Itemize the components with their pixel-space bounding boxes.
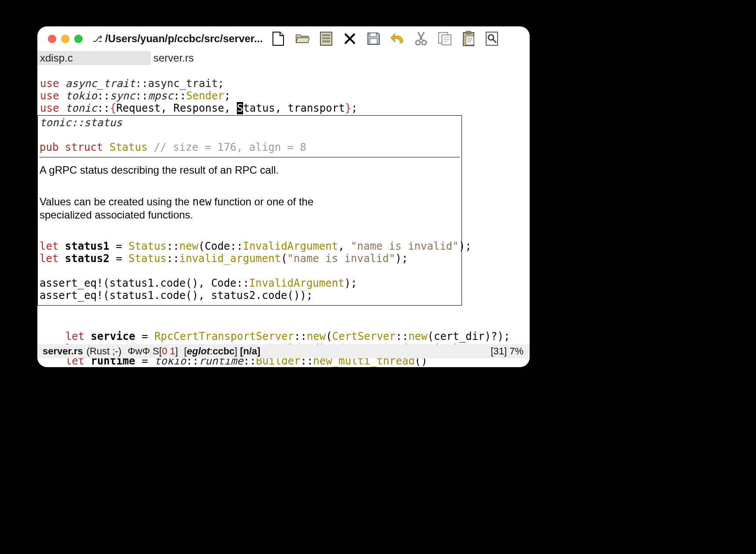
- modeline-flycheck: ΦwΦ S[0 1]: [127, 346, 178, 357]
- titlebar: ⎇ /Users/yuan/p/ccbc/src/server...: [37, 26, 530, 51]
- punct: =: [109, 240, 128, 252]
- fn: new: [307, 330, 326, 343]
- toolbar: [272, 32, 499, 46]
- enum: InvalidArgument: [249, 277, 345, 289]
- punct: ;: [224, 90, 230, 102]
- var: cert_dir: [434, 330, 485, 343]
- idents: Request, Response,: [116, 102, 237, 114]
- tab-xdisp[interactable]: xdisp.c: [37, 51, 151, 65]
- type: Sender: [186, 90, 224, 102]
- zoom-button[interactable]: [74, 35, 83, 43]
- svg-point-6: [416, 40, 420, 45]
- separator: [40, 157, 460, 157]
- svg-rect-5: [370, 39, 377, 44]
- type: CertServer: [332, 330, 396, 343]
- kill-buffer-button[interactable]: [343, 32, 357, 46]
- svg-rect-11: [466, 31, 471, 34]
- var: status1: [65, 240, 109, 252]
- svg-rect-2: [322, 37, 330, 39]
- expr: status1.code: [109, 289, 185, 302]
- copy-button[interactable]: [438, 32, 452, 46]
- type: Status: [128, 240, 167, 252]
- punct: ?: [491, 330, 497, 343]
- keyword: let: [65, 330, 84, 343]
- keyword: let: [40, 252, 58, 265]
- keyword: use: [40, 90, 59, 102]
- mode-line: server.rs (Rust ;-) ΦwΦ S[0 1] [eglot:cc…: [37, 344, 530, 358]
- text: A gRPC status describing the result of a…: [40, 164, 279, 176]
- modeline-na: [n/a]: [240, 346, 260, 357]
- traffic-lights: [44, 35, 83, 43]
- svg-rect-1: [322, 34, 330, 36]
- hover-description: A gRPC status describing the result of a…: [40, 164, 460, 177]
- var: service: [91, 330, 135, 343]
- svg-rect-4: [370, 33, 376, 36]
- tab-bar: xdisp.c server.rs: [37, 51, 530, 65]
- svg-point-7: [422, 40, 426, 45]
- save-button[interactable]: [367, 32, 381, 46]
- modeline-eglot: [eglot:ccbc]: [184, 346, 237, 357]
- fn: new: [179, 240, 198, 252]
- modeline-line: [31]: [491, 346, 507, 357]
- idents: , transport: [275, 102, 345, 114]
- var: status2: [65, 252, 109, 265]
- module: tokio: [65, 90, 97, 102]
- module: tonic: [65, 102, 97, 114]
- close-button[interactable]: [48, 35, 56, 43]
- fn: invalid_argument: [179, 252, 281, 265]
- expr: status2.code: [211, 289, 287, 302]
- punct: =: [109, 252, 128, 265]
- window-title: /Users/yuan/p/ccbc/src/server...: [105, 33, 263, 45]
- hover-description: Values can be created using the new func…: [40, 195, 338, 222]
- keyword: pub struct: [40, 141, 103, 153]
- path: Code::: [211, 277, 249, 289]
- editor-window: ⎇ /Users/yuan/p/ccbc/src/server...: [37, 26, 530, 367]
- vc-branch-icon: ⎇: [92, 33, 102, 44]
- cut-button[interactable]: [414, 32, 428, 46]
- enum: InvalidArgument: [243, 240, 338, 252]
- punct: ,: [338, 240, 351, 252]
- keyword: let: [40, 240, 58, 252]
- undo-button[interactable]: [390, 32, 404, 46]
- dired-button[interactable]: [319, 32, 333, 46]
- ident: tatus: [243, 102, 275, 114]
- open-button[interactable]: [295, 32, 309, 46]
- tab-label: server.rs: [153, 52, 194, 64]
- brace: {: [110, 102, 116, 114]
- minimize-button[interactable]: [61, 35, 69, 43]
- hover-documentation: tonic::status pub struct Status // size …: [37, 115, 462, 306]
- punct: );: [459, 240, 472, 252]
- path: Code::: [205, 240, 243, 252]
- modeline-file: server.rs: [43, 346, 83, 357]
- paste-button[interactable]: [462, 32, 476, 46]
- type: Status: [128, 252, 167, 265]
- text: Values can be created using the: [40, 196, 193, 208]
- module: sync: [110, 90, 135, 102]
- macro: assert_eq!: [40, 289, 103, 302]
- tab-label: xdisp.c: [40, 52, 73, 64]
- module: async_trait: [65, 77, 135, 90]
- svg-rect-3: [322, 40, 330, 42]
- code: new: [193, 196, 211, 208]
- punct: );: [395, 252, 408, 265]
- fn: new: [408, 330, 427, 343]
- punct: ::async_trait;: [135, 77, 224, 90]
- tab-server[interactable]: server.rs: [151, 51, 264, 65]
- type: Status: [109, 141, 148, 153]
- svg-rect-13: [486, 32, 498, 45]
- string: "name is invalid": [351, 240, 459, 252]
- new-file-button[interactable]: [272, 32, 286, 46]
- search-button[interactable]: [485, 32, 499, 46]
- svg-rect-9: [442, 35, 451, 45]
- hover-path: tonic::status: [40, 117, 122, 129]
- comment: // size = 176, align = 8: [154, 141, 306, 153]
- type: RpcCertTransportServer: [154, 330, 294, 343]
- modeline-percent: 7%: [509, 346, 523, 357]
- module: mpsc: [148, 90, 174, 102]
- modeline-mode: (Rust ;-): [87, 346, 121, 357]
- cursor: S: [237, 102, 243, 114]
- expr: status1.code: [109, 277, 185, 289]
- code-area[interactable]: use async_trait::async_trait; use tokio:…: [37, 65, 530, 367]
- string: "name is invalid": [287, 252, 396, 265]
- brace: }: [345, 102, 351, 114]
